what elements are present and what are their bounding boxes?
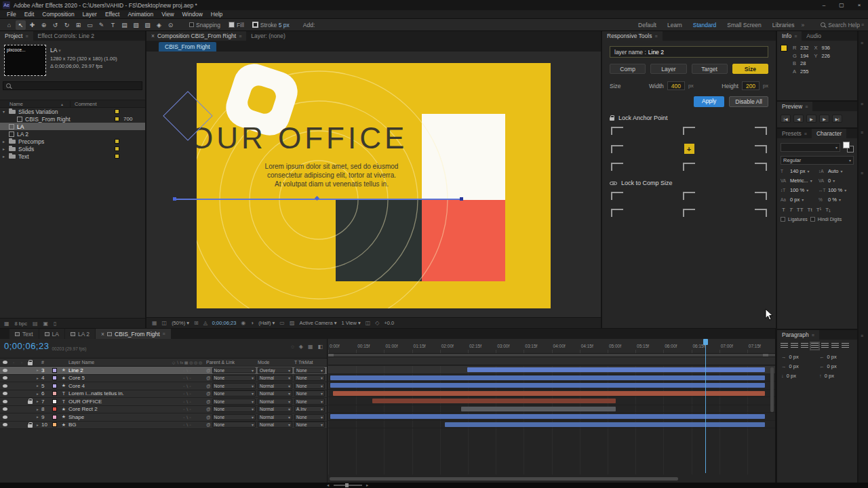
shape-tool[interactable]: ▭: [85, 20, 95, 30]
puppet-pin-tool[interactable]: ⊙: [165, 20, 176, 30]
previous-frame-button[interactable]: ◀: [793, 115, 804, 123]
selection-tool[interactable]: ↖: [16, 20, 26, 30]
blend-mode-select[interactable]: Normal▾: [258, 390, 292, 396]
column-name[interactable]: Name: [9, 101, 61, 107]
layer-row-core-4[interactable]: ▸5★Core 4◦ ∖ ◦@None▾Normal▾None▾: [0, 382, 327, 390]
panel-collapse-icon[interactable]: ≡: [861, 171, 863, 176]
exposure-value[interactable]: +0.0: [384, 320, 394, 326]
visibility-toggle[interactable]: [0, 376, 9, 380]
snapping-checkbox[interactable]: [189, 22, 194, 27]
panel-menu-icon[interactable]: ≡: [812, 333, 814, 338]
twirl-icon[interactable]: ▸: [34, 415, 41, 419]
transparency-grid-icon[interactable]: ▨: [290, 320, 295, 326]
layer-color-swatch[interactable]: [52, 422, 59, 427]
comp-viewer-stage[interactable]: OUR OFFICE Lorem ipsum dolor sit amet, s…: [146, 52, 601, 317]
anchor-bracket[interactable]: [755, 209, 767, 217]
layer-color-swatch[interactable]: [52, 399, 59, 404]
label-color-swatch[interactable]: [115, 146, 119, 151]
anchor-center-button[interactable]: +: [684, 144, 694, 154]
blend-mode-select[interactable]: Normal▾: [258, 399, 292, 405]
visibility-toggle[interactable]: [0, 369, 9, 372]
draft-3d-icon[interactable]: ▦: [308, 344, 313, 350]
panel-collapse-icon[interactable]: ≡: [861, 130, 863, 135]
channels-icon[interactable]: ◑: [250, 320, 254, 326]
layer-duration-bar[interactable]: [333, 391, 765, 396]
timeline-horizontal-scrollbar[interactable]: [330, 477, 678, 481]
layer-row-core-rect-2[interactable]: ▸8★Core Rect 2◦ ∖ ◦@None▾Normal▾A.Inv▾: [0, 406, 327, 414]
menu-item-help[interactable]: Help: [207, 11, 226, 18]
lock-toggle[interactable]: [26, 422, 34, 428]
tracking-field[interactable]: VA0▾: [818, 178, 854, 184]
panel-menu-icon[interactable]: ≡: [654, 34, 657, 39]
text-style-button[interactable]: T: [789, 207, 793, 213]
text-style-button[interactable]: T₁: [825, 207, 831, 213]
timeline-track-core-4[interactable]: [328, 382, 775, 390]
new-composition-icon[interactable]: ▣: [43, 321, 48, 327]
twirl-icon[interactable]: ▸: [34, 399, 41, 403]
anchor-bracket[interactable]: [611, 192, 623, 200]
timeline-track-our-office[interactable]: [328, 397, 775, 405]
visibility-toggle[interactable]: [0, 400, 9, 403]
font-family-select[interactable]: ▾: [781, 143, 840, 152]
hand-tool[interactable]: ✚: [27, 20, 37, 30]
panel-collapse-icon[interactable]: ≡: [861, 102, 863, 106]
anchor-bracket[interactable]: [611, 127, 623, 135]
twirl-icon[interactable]: ▸: [34, 423, 41, 427]
panel-menu-icon[interactable]: ≡: [239, 34, 241, 39]
work-area-start-handle[interactable]: [328, 354, 334, 357]
timeline-vertical-scrollbar[interactable]: [770, 367, 774, 412]
zoom-tool[interactable]: ⊕: [39, 20, 49, 30]
layer-row-shape[interactable]: ▸9★Shape◦ ∖ ◦@None▾Normal▾None▾: [0, 413, 327, 422]
bit-depth-label[interactable]: 8 bpc: [15, 321, 27, 327]
trkmat-select[interactable]: None▾: [294, 399, 325, 405]
minimize-button[interactable]: –: [815, 0, 833, 10]
anchor-bracket[interactable]: [755, 127, 767, 135]
layer-color-swatch[interactable]: [52, 368, 59, 373]
align-button[interactable]: [831, 343, 839, 349]
baseline-shift-field[interactable]: Aa0 px▾: [781, 197, 816, 203]
layer-duration-bar[interactable]: [330, 383, 765, 388]
timeline-zoom-out-icon[interactable]: ◂: [327, 483, 329, 488]
fill-swatch[interactable]: [229, 22, 235, 28]
visibility-toggle[interactable]: [0, 384, 9, 388]
menu-item-effect[interactable]: Effect: [101, 11, 124, 18]
tab-project[interactable]: Project ≡: [0, 31, 33, 41]
parent-select[interactable]: None▾: [212, 406, 256, 412]
time-ruler[interactable]: 0:00f00:15f01:00f01:15f02:00f02:15f03:00…: [328, 339, 775, 354]
last-frame-button[interactable]: ▶|: [832, 115, 842, 123]
trkmat-select[interactable]: None▾: [294, 367, 325, 373]
layer-color-swatch[interactable]: [52, 375, 59, 380]
label-color-swatch[interactable]: [115, 154, 119, 159]
view-layout-select[interactable]: 1 View ▾: [342, 320, 361, 326]
align-button[interactable]: [791, 343, 798, 349]
text-style-button[interactable]: T: [782, 207, 785, 213]
blend-mode-select[interactable]: Normal▾: [258, 375, 292, 381]
snapshot-icon[interactable]: ◉: [241, 320, 245, 326]
layer-name-field[interactable]: layer name : Line 2: [610, 46, 768, 58]
paragraph-indent-field[interactable]: ↓0 px: [781, 373, 815, 379]
panel-collapse-icon[interactable]: ≡: [861, 41, 863, 45]
project-item-cbis-from-right[interactable]: CBIS_From Right700: [0, 115, 145, 123]
anchor-bracket[interactable]: [683, 209, 695, 217]
twirl-icon[interactable]: ▸: [34, 392, 41, 396]
rotation-tool[interactable]: ↻: [62, 20, 72, 30]
twirl-icon[interactable]: ▸: [34, 368, 41, 372]
blend-mode-select[interactable]: Normal▾: [258, 383, 292, 389]
current-time-indicator[interactable]: [705, 339, 706, 473]
anchor-bracket[interactable]: [683, 127, 695, 135]
text-style-button[interactable]: T¹: [816, 207, 822, 213]
search-help-field[interactable]: Search Help: [828, 22, 860, 28]
anchor-bracket[interactable]: [611, 209, 623, 217]
pickwhip-icon[interactable]: @: [206, 415, 211, 420]
align-button[interactable]: [821, 343, 829, 349]
text-style-button[interactable]: TT: [797, 207, 804, 213]
timeline-zoom-slider[interactable]: [334, 485, 362, 486]
tab-preview[interactable]: Preview ≡: [777, 102, 812, 111]
pickwhip-icon[interactable]: @: [206, 384, 211, 388]
layer-switches[interactable]: ◦ ∖ ◦: [168, 375, 206, 380]
preview-time-display[interactable]: 0;00;06;23: [212, 320, 236, 326]
align-button[interactable]: [781, 343, 788, 349]
panel-collapse-icon[interactable]: ≡: [861, 333, 863, 338]
workspace-standard[interactable]: Standard: [693, 22, 717, 28]
path-end-handle[interactable]: [460, 197, 463, 201]
